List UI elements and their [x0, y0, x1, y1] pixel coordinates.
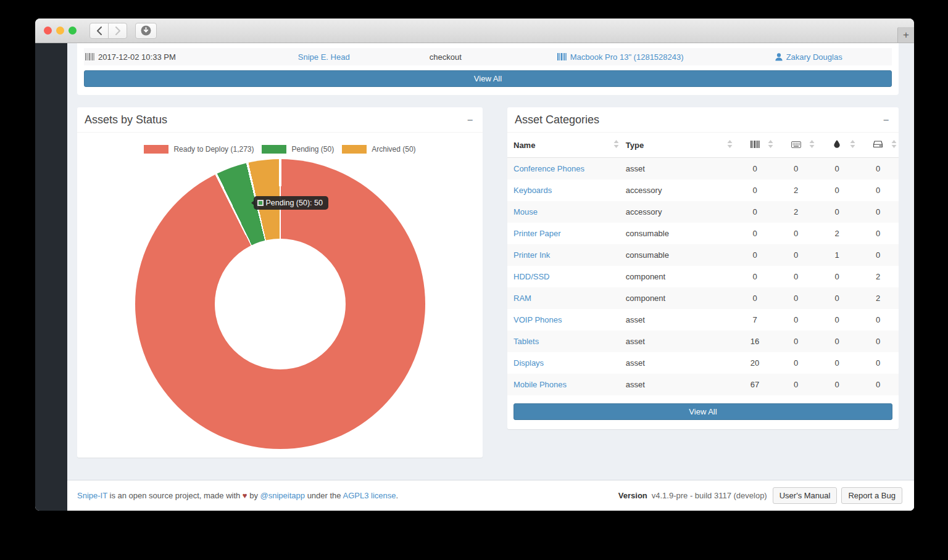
- page-footer: Snipe-IT is an open source project, made…: [67, 480, 914, 511]
- sort-icon: [891, 140, 897, 150]
- category-count-components: 0: [857, 309, 899, 331]
- sort-header-accessories[interactable]: [775, 133, 817, 158]
- category-count-accessories: 0: [775, 266, 817, 287]
- category-count-assets: 0: [734, 201, 776, 223]
- category-count-components: 2: [857, 266, 899, 287]
- table-row: HDD/SSDcomponent0002: [507, 266, 899, 287]
- category-name-link[interactable]: Tablets: [514, 337, 539, 346]
- legend-swatch: [262, 145, 286, 154]
- category-count-assets: 0: [734, 158, 776, 180]
- sort-icon: [850, 140, 855, 150]
- category-name-link[interactable]: Printer Paper: [514, 229, 561, 238]
- activity-item-link[interactable]: Macbook Pro 13" (1281528243): [570, 52, 684, 62]
- activity-action: checkout: [430, 52, 462, 62]
- category-count-accessories: 0: [775, 287, 817, 309]
- table-row: Tabletsasset16000: [507, 331, 899, 352]
- category-name-link[interactable]: Displays: [514, 358, 544, 368]
- activity-target-link[interactable]: Zakary Douglas: [786, 52, 842, 62]
- category-count-accessories: 0: [775, 158, 817, 180]
- category-count-assets: 0: [734, 223, 776, 244]
- close-window-button[interactable]: [44, 27, 52, 35]
- browser-window: + 2017-12-02 10:33 PM Snipe E. Head chec…: [35, 19, 914, 511]
- agpl3-license-link[interactable]: AGPL3 license: [343, 491, 396, 500]
- sort-header-name[interactable]: Name: [507, 133, 621, 158]
- category-count-consumables: 0: [817, 179, 858, 201]
- activity-view-all-button[interactable]: View All: [84, 70, 892, 87]
- category-count-consumables: 0: [817, 331, 858, 352]
- category-type: asset: [621, 309, 734, 331]
- category-count-assets: 20: [734, 352, 776, 374]
- users-manual-button[interactable]: User's Manual: [773, 487, 838, 504]
- sort-header-assets[interactable]: [734, 133, 776, 158]
- chevron-left-icon: [96, 27, 102, 35]
- download-icon: [141, 25, 151, 36]
- sort-header-consumables[interactable]: [817, 133, 858, 158]
- category-type: consumable: [621, 223, 734, 244]
- assets-by-status-panel: Assets by Status − Ready to Deploy (1,27…: [77, 107, 483, 458]
- legend-item[interactable]: Archived (50): [342, 145, 415, 154]
- sort-header-components[interactable]: [857, 133, 899, 158]
- forward-button[interactable]: [108, 23, 127, 39]
- report-a-bug-button[interactable]: Report a Bug: [841, 487, 902, 504]
- category-name-link[interactable]: VOIP Phones: [514, 315, 562, 324]
- legend-item[interactable]: Pending (50): [262, 145, 334, 154]
- legend-item[interactable]: Ready to Deploy (1,273): [144, 145, 254, 154]
- keyboard-icon: [791, 141, 801, 148]
- category-count-accessories: 2: [775, 201, 817, 223]
- category-type: asset: [621, 374, 734, 395]
- category-name-link[interactable]: HDD/SSD: [514, 272, 550, 281]
- category-count-components: 0: [857, 201, 899, 223]
- category-type: asset: [621, 352, 734, 374]
- category-name-link[interactable]: RAM: [514, 294, 531, 303]
- zoom-window-button[interactable]: [69, 27, 77, 35]
- table-row: Printer Paperconsumable0020: [507, 223, 899, 244]
- barcode-icon: [85, 53, 94, 60]
- footer-credits: Snipe-IT is an open source project, made…: [77, 491, 398, 500]
- category-type: component: [621, 287, 734, 309]
- sort-header-type[interactable]: Type: [621, 133, 734, 158]
- snipe-it-link[interactable]: Snipe-IT: [77, 491, 107, 500]
- category-type: component: [621, 266, 734, 287]
- minimize-window-button[interactable]: [56, 27, 64, 35]
- category-count-consumables: 0: [817, 287, 858, 309]
- sort-icon: [768, 140, 773, 150]
- category-name-link[interactable]: Mobile Phones: [514, 380, 567, 389]
- donut-hole: [215, 239, 346, 369]
- assets-status-donut-chart[interactable]: Pending (50): 50: [135, 159, 425, 449]
- collapse-panel-button[interactable]: −: [465, 114, 475, 126]
- category-count-components: 0: [857, 223, 899, 244]
- back-button[interactable]: [89, 23, 109, 39]
- sort-icon: [613, 140, 619, 150]
- category-count-components: 0: [857, 331, 899, 352]
- snipeitapp-link[interactable]: @snipeitapp: [260, 491, 305, 500]
- tooltip-text: Pending (50): 50: [266, 199, 323, 207]
- category-name-link[interactable]: Printer Ink: [514, 250, 550, 260]
- downloads-button[interactable]: [135, 23, 157, 39]
- barcode-icon: [557, 53, 567, 60]
- category-count-components: 2: [857, 287, 899, 309]
- table-row: Conference Phonesasset0000: [507, 158, 899, 180]
- barcode-icon: [750, 141, 760, 148]
- category-count-consumables: 0: [817, 374, 858, 395]
- new-tab-button[interactable]: +: [897, 27, 914, 43]
- activity-admin-link[interactable]: Snipe E. Head: [298, 52, 350, 62]
- activity-date: 2017-12-02 10:33 PM: [98, 52, 176, 62]
- category-count-accessories: 0: [775, 331, 817, 352]
- window-controls: [44, 27, 77, 35]
- table-row: Keyboardsaccessory0200: [507, 179, 899, 201]
- category-name-link[interactable]: Mouse: [514, 207, 538, 216]
- version-label: Version: [618, 491, 647, 500]
- recent-activity-panel: 2017-12-02 10:33 PM Snipe E. Head checko…: [77, 43, 899, 95]
- category-name-link[interactable]: Conference Phones: [514, 164, 584, 173]
- categories-view-all-button[interactable]: View All: [514, 403, 892, 420]
- legend-label: Archived (50): [372, 145, 415, 154]
- dashboard-page: 2017-12-02 10:33 PM Snipe E. Head checko…: [67, 43, 914, 511]
- category-count-assets: 67: [734, 374, 776, 395]
- collapse-panel-button[interactable]: −: [881, 114, 891, 126]
- table-row: Mobile Phonesasset67000: [507, 374, 899, 395]
- hdd-icon: [873, 141, 883, 148]
- category-count-accessories: 0: [775, 374, 817, 395]
- category-name-link[interactable]: Keyboards: [514, 186, 552, 195]
- tint-icon: [834, 140, 840, 148]
- legend-label: Pending (50): [291, 145, 334, 154]
